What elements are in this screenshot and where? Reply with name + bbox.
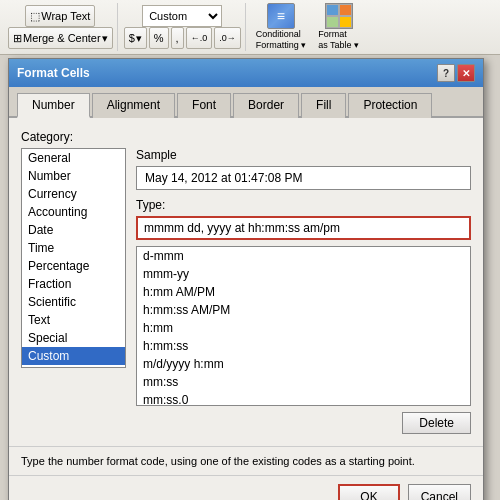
help-button[interactable]: ? (437, 64, 455, 82)
format-item[interactable]: h:mm AM/PM (137, 283, 470, 301)
format-item[interactable]: mm:ss.0 (137, 391, 470, 406)
delete-button[interactable]: Delete (402, 412, 471, 434)
tab-fill[interactable]: Fill (301, 93, 346, 118)
decimal-increase-icon: ←.0 (191, 33, 208, 43)
toolbar: ⬚ Wrap Text ⊞ Merge & Center ▾ Custom $ … (0, 0, 500, 55)
format-group: Custom $ ▾ % , ←.0 .0→ (120, 3, 246, 51)
merge-center-button[interactable]: ⊞ Merge & Center ▾ (8, 27, 113, 49)
tab-alignment[interactable]: Alignment (92, 93, 175, 118)
category-list[interactable]: GeneralNumberCurrencyAccountingDateTimeP… (21, 148, 126, 368)
merge-center-row: ⊞ Merge & Center ▾ (8, 27, 113, 49)
tab-border[interactable]: Border (233, 93, 299, 118)
category-item-currency[interactable]: Currency (22, 185, 125, 203)
format-as-table-button[interactable]: Format as Table ▾ (314, 1, 363, 53)
wrap-text-button[interactable]: ⬚ Wrap Text (25, 5, 95, 27)
category-label: Category: (21, 130, 471, 144)
merge-center-dropdown-icon: ▾ (102, 32, 108, 45)
conditional-formatting-button[interactable]: ≡ Conditional Formatting ▾ (252, 1, 311, 53)
merge-center-label: Merge & Center (23, 32, 101, 44)
dialog-body: Category: GeneralNumberCurrencyAccountin… (9, 118, 483, 442)
category-item-percentage[interactable]: Percentage (22, 257, 125, 275)
right-panel: Sample May 14, 2012 at 01:47:08 PM Type:… (136, 148, 471, 434)
category-item-scientific[interactable]: Scientific (22, 293, 125, 311)
comma-button[interactable]: , (171, 27, 184, 49)
format-item[interactable]: mm:ss (137, 373, 470, 391)
tab-protection[interactable]: Protection (348, 93, 432, 118)
dialog-footer: OK Cancel (9, 475, 483, 500)
ok-button[interactable]: OK (338, 484, 399, 500)
format-cells-dialog: Format Cells ? ✕ Number Alignment Font B… (8, 58, 484, 500)
tab-font[interactable]: Font (177, 93, 231, 118)
dialog-tabs: Number Alignment Font Border Fill Protec… (9, 87, 483, 118)
category-item-date[interactable]: Date (22, 221, 125, 239)
category-item-time[interactable]: Time (22, 239, 125, 257)
category-item-general[interactable]: General (22, 149, 125, 167)
decimal-increase-button[interactable]: ←.0 (186, 27, 213, 49)
close-button[interactable]: ✕ (457, 64, 475, 82)
format-select-row: Custom (142, 5, 222, 27)
type-input[interactable] (136, 216, 471, 240)
cancel-button[interactable]: Cancel (408, 484, 471, 500)
styles-group: ≡ Conditional Formatting ▾ Format as Tab… (248, 0, 367, 55)
format-item[interactable]: d-mmm (137, 247, 470, 265)
category-item-number[interactable]: Number (22, 167, 125, 185)
format-item[interactable]: h:mm:ss AM/PM (137, 301, 470, 319)
wrap-text-label: Wrap Text (41, 10, 90, 22)
format-item[interactable]: mmm-yy (137, 265, 470, 283)
main-content: GeneralNumberCurrencyAccountingDateTimeP… (21, 148, 471, 434)
decimal-decrease-button[interactable]: .0→ (214, 27, 241, 49)
percent-button[interactable]: % (149, 27, 169, 49)
wrap-merge-group: ⬚ Wrap Text ⊞ Merge & Center ▾ (4, 3, 118, 51)
wrap-text-icon: ⬚ (30, 10, 40, 23)
dollar-button[interactable]: $ ▾ (124, 27, 147, 49)
decimal-decrease-icon: .0→ (219, 33, 236, 43)
format-as-table-icon (325, 3, 353, 29)
delete-row: Delete (136, 412, 471, 434)
number-format-row: $ ▾ % , ←.0 .0→ (124, 27, 241, 49)
percent-label: % (154, 32, 164, 44)
sample-value: May 14, 2012 at 01:47:08 PM (136, 166, 471, 190)
dollar-label: $ (129, 32, 135, 44)
dialog-title: Format Cells (17, 66, 90, 80)
titlebar-controls: ? ✕ (437, 64, 475, 82)
format-list[interactable]: d-mmmmmm-yyh:mm AM/PMh:mm:ss AM/PMh:mmh:… (136, 246, 471, 406)
hint-text: Type the number format code, using one o… (9, 446, 483, 475)
format-item[interactable]: h:mm (137, 319, 470, 337)
comma-label: , (176, 32, 179, 44)
tab-number[interactable]: Number (17, 93, 90, 118)
merge-center-icon: ⊞ (13, 32, 22, 45)
format-as-table-label: Format as Table ▾ (318, 29, 359, 51)
format-select[interactable]: Custom (142, 5, 222, 27)
format-item[interactable]: h:mm:ss (137, 337, 470, 355)
dollar-dropdown-icon: ▾ (136, 32, 142, 45)
wrap-text-row: ⬚ Wrap Text (25, 5, 95, 27)
category-item-custom[interactable]: Custom (22, 347, 125, 365)
category-item-accounting[interactable]: Accounting (22, 203, 125, 221)
conditional-formatting-label: Conditional Formatting ▾ (256, 29, 307, 51)
format-item[interactable]: m/d/yyyy h:mm (137, 355, 470, 373)
category-item-fraction[interactable]: Fraction (22, 275, 125, 293)
dialog-titlebar: Format Cells ? ✕ (9, 59, 483, 87)
sample-label: Sample (136, 148, 471, 162)
sample-section: Sample May 14, 2012 at 01:47:08 PM (136, 148, 471, 190)
type-label: Type: (136, 198, 471, 212)
conditional-formatting-icon: ≡ (267, 3, 295, 29)
category-item-special[interactable]: Special (22, 329, 125, 347)
category-item-text[interactable]: Text (22, 311, 125, 329)
